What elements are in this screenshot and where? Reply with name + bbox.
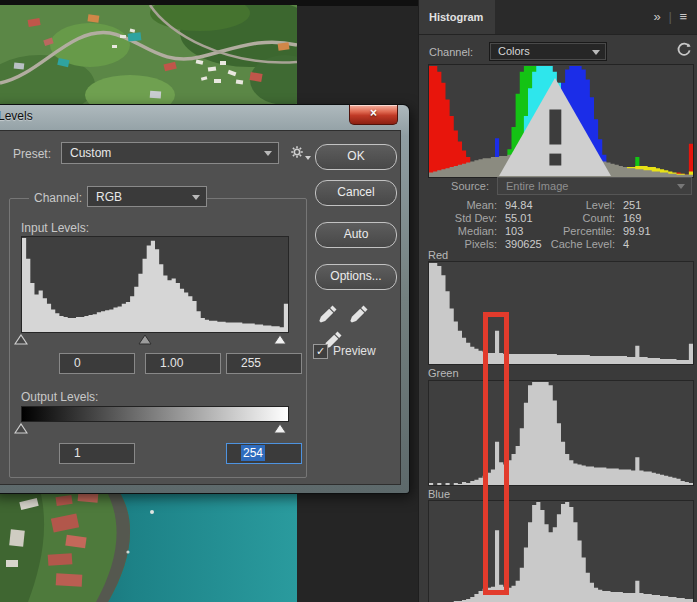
chevron-down-icon — [264, 151, 272, 156]
black-input-slider[interactable] — [14, 334, 28, 345]
channel-value: RGB — [96, 190, 122, 204]
refresh-icon — [676, 42, 692, 58]
input-levels-histogram — [21, 236, 289, 333]
input-gamma-field[interactable]: 1.00 — [145, 353, 221, 374]
white-input-slider[interactable] — [273, 334, 287, 345]
input-black-field[interactable]: 0 — [59, 353, 135, 374]
panel-tab-bar: Histogram » | ≡ — [419, 0, 697, 35]
source-label: Source: — [427, 180, 489, 192]
white-output-slider[interactable] — [273, 423, 287, 434]
chevron-down-icon — [192, 195, 200, 200]
stat-value: 169 — [623, 212, 641, 224]
dialog-title: Levels — [0, 109, 33, 123]
black-point-eyedropper-icon[interactable] — [317, 303, 339, 325]
input-gamma-value: 1.00 — [160, 356, 183, 370]
panel-channel-label: Channel: — [429, 46, 473, 58]
refresh-histogram-button[interactable] — [676, 42, 692, 58]
blue-section-label: Blue — [428, 488, 450, 500]
stat-value: 251 — [623, 199, 641, 211]
panel-channel-dropdown[interactable]: Colors — [489, 42, 607, 61]
preview-label: Preview — [333, 344, 376, 358]
output-levels-gradient — [21, 406, 289, 422]
source-dropdown: Entire Image — [497, 177, 692, 195]
preset-options-button[interactable] — [289, 144, 311, 162]
green-section-label: Green — [428, 367, 459, 379]
divider: | — [668, 9, 673, 24]
output-black-value: 1 — [74, 446, 81, 460]
green-histogram — [428, 380, 694, 486]
gray-point-eyedropper-icon[interactable] — [348, 303, 370, 325]
panel-channel-value: Colors — [498, 45, 530, 57]
panel-menu-icon[interactable]: ≡ — [679, 9, 689, 24]
preview-checkbox[interactable]: ✓ — [313, 344, 328, 359]
photoshop-workspace: Levels × Preset: Custom OK Cancel Auto — [0, 0, 697, 602]
levels-dialog-body: Preset: Custom OK Cancel Auto Options... — [0, 130, 401, 485]
stat-value: 4 — [623, 238, 629, 250]
chevron-down-icon — [592, 50, 600, 55]
annotation-rectangle — [483, 312, 509, 595]
stat-value: 99.91 — [623, 225, 651, 237]
chevron-down-icon — [305, 156, 311, 160]
aerial-image-top — [0, 5, 297, 105]
input-levels-label: Input Levels: — [21, 221, 89, 235]
channel-label: Channel: — [29, 191, 87, 205]
gear-icon — [289, 144, 305, 160]
output-black-field[interactable]: 1 — [59, 443, 135, 464]
tab-histogram[interactable]: Histogram — [419, 0, 495, 34]
colors-histogram — [428, 64, 694, 178]
black-output-slider[interactable] — [14, 423, 28, 434]
red-histogram — [428, 261, 694, 365]
preset-value: Custom — [70, 146, 111, 160]
stat-label: Count: — [529, 212, 615, 224]
auto-button[interactable]: Auto — [315, 222, 397, 248]
preset-label: Preset: — [13, 147, 51, 161]
stat-label: Median: — [419, 225, 497, 237]
output-white-field[interactable]: 254 — [226, 443, 302, 464]
ok-button[interactable]: OK — [315, 144, 397, 170]
check-icon: ✓ — [316, 345, 325, 357]
close-icon: × — [370, 106, 377, 120]
warning-icon — [423, 71, 687, 183]
chevron-down-icon — [677, 184, 685, 189]
input-white-value: 255 — [241, 356, 261, 370]
eyedropper-group — [317, 303, 401, 327]
levels-dialog: Levels × Preset: Custom OK Cancel Auto — [0, 105, 409, 493]
input-black-value: 0 — [74, 356, 81, 370]
panel-collapse-icon[interactable]: » — [654, 9, 663, 24]
cancel-button[interactable]: Cancel — [315, 180, 397, 206]
blue-histogram — [428, 500, 694, 602]
stat-label: Percentile: — [529, 225, 615, 237]
output-white-value: 254 — [241, 445, 265, 461]
stat-label: Std Dev: — [419, 212, 497, 224]
red-section-label: Red — [428, 249, 448, 261]
stat-label: Level: — [529, 199, 615, 211]
aerial-image-bottom — [0, 490, 297, 602]
gamma-input-slider[interactable] — [138, 334, 152, 345]
options-button[interactable]: Options... — [315, 264, 397, 290]
close-button[interactable]: × — [349, 105, 398, 125]
histogram-panel: Histogram » | ≡ Channel: Colors — [418, 0, 697, 602]
stat-value: 103 — [505, 225, 523, 237]
stat-label: Cache Level: — [529, 238, 615, 250]
stat-label: Mean: — [419, 199, 497, 211]
channel-dropdown[interactable]: RGB — [87, 186, 207, 207]
preset-dropdown[interactable]: Custom — [61, 142, 279, 164]
input-white-field[interactable]: 255 — [226, 353, 302, 374]
source-value: Entire Image — [506, 180, 568, 192]
output-levels-label: Output Levels: — [21, 390, 98, 404]
